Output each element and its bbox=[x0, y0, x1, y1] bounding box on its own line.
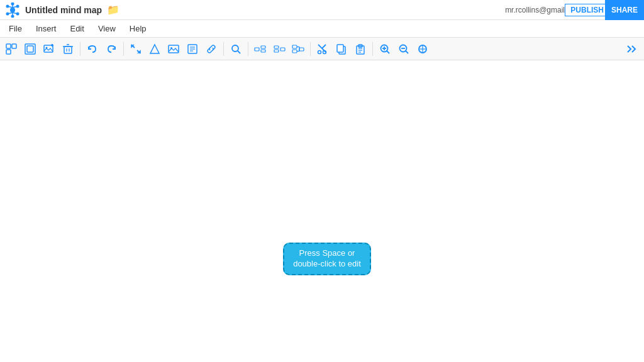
central-node[interactable]: Press Space or double-click to edit bbox=[283, 243, 371, 275]
svg-point-56 bbox=[318, 50, 321, 53]
divider-2 bbox=[123, 42, 124, 56]
svg-rect-30 bbox=[169, 45, 179, 53]
svg-line-66 bbox=[387, 51, 389, 53]
svg-rect-48 bbox=[292, 45, 297, 48]
node-out-button[interactable] bbox=[252, 40, 269, 58]
svg-rect-47 bbox=[274, 50, 279, 52]
image-button[interactable] bbox=[165, 40, 182, 58]
svg-rect-22 bbox=[64, 47, 72, 53]
svg-rect-42 bbox=[261, 50, 265, 52]
copy-button[interactable] bbox=[333, 40, 350, 58]
menu-file[interactable]: File bbox=[3, 23, 28, 35]
link-button[interactable] bbox=[203, 40, 220, 58]
note-button[interactable] bbox=[184, 40, 201, 58]
add-image-button[interactable] bbox=[40, 40, 58, 58]
svg-line-70 bbox=[406, 51, 408, 53]
svg-rect-41 bbox=[261, 46, 265, 48]
document-title: Untitled mind map bbox=[25, 5, 102, 15]
zoom-in-button[interactable] bbox=[376, 40, 394, 58]
node-in-button[interactable] bbox=[270, 40, 288, 58]
svg-rect-18 bbox=[44, 45, 53, 52]
svg-rect-13 bbox=[6, 44, 11, 48]
svg-rect-15 bbox=[6, 50, 11, 54]
zoom-out-button[interactable] bbox=[395, 40, 413, 58]
menu-help[interactable]: Help bbox=[123, 23, 153, 35]
title-bar: Untitled mind map 📁 mr.rcollins@gmail.co… bbox=[0, 0, 644, 20]
divider-4 bbox=[248, 42, 248, 56]
delete-button[interactable] bbox=[59, 40, 77, 58]
svg-point-57 bbox=[323, 50, 326, 53]
svg-rect-46 bbox=[274, 46, 279, 48]
expand-button[interactable] bbox=[127, 40, 145, 58]
undo-button[interactable] bbox=[84, 40, 101, 58]
menu-insert[interactable]: Insert bbox=[30, 23, 63, 35]
divider-1 bbox=[80, 42, 80, 56]
search-button[interactable] bbox=[227, 40, 245, 58]
svg-rect-59 bbox=[337, 45, 343, 52]
zoom-fit-button[interactable] bbox=[414, 40, 431, 58]
node-sib-button[interactable] bbox=[289, 40, 307, 58]
share-button[interactable]: SHARE bbox=[605, 0, 644, 20]
toolbar bbox=[0, 38, 644, 60]
menu-view[interactable]: View bbox=[92, 23, 122, 35]
menu-bar: File Insert Edit View Help bbox=[0, 20, 644, 38]
publish-button[interactable]: PUBLISH bbox=[565, 4, 609, 16]
folder-icon[interactable]: 📁 bbox=[107, 4, 119, 16]
menu-edit[interactable]: Edit bbox=[64, 23, 90, 35]
frame-button[interactable] bbox=[21, 40, 39, 58]
svg-point-0 bbox=[10, 8, 15, 13]
divider-5 bbox=[310, 42, 311, 56]
svg-point-36 bbox=[232, 45, 238, 52]
shape-button[interactable] bbox=[146, 40, 164, 58]
collapse-toolbar-button[interactable] bbox=[624, 40, 641, 58]
cut-button[interactable] bbox=[314, 40, 331, 58]
svg-rect-43 bbox=[280, 48, 285, 51]
divider-3 bbox=[223, 42, 224, 56]
canvas[interactable]: Press Space or double-click to edit bbox=[0, 60, 644, 362]
select-tool-button[interactable] bbox=[3, 40, 20, 58]
divider-6 bbox=[372, 42, 373, 56]
svg-marker-29 bbox=[150, 45, 159, 53]
svg-line-55 bbox=[322, 45, 326, 48]
svg-rect-49 bbox=[292, 50, 297, 53]
redo-button[interactable] bbox=[103, 40, 120, 58]
svg-rect-17 bbox=[27, 46, 33, 52]
central-node-text: Press Space or double-click to edit bbox=[284, 246, 370, 272]
svg-line-37 bbox=[238, 51, 240, 53]
svg-rect-14 bbox=[12, 44, 16, 48]
app-logo bbox=[5, 3, 20, 18]
svg-rect-38 bbox=[255, 48, 259, 51]
svg-rect-53 bbox=[299, 48, 304, 51]
paste-button[interactable] bbox=[352, 40, 369, 58]
